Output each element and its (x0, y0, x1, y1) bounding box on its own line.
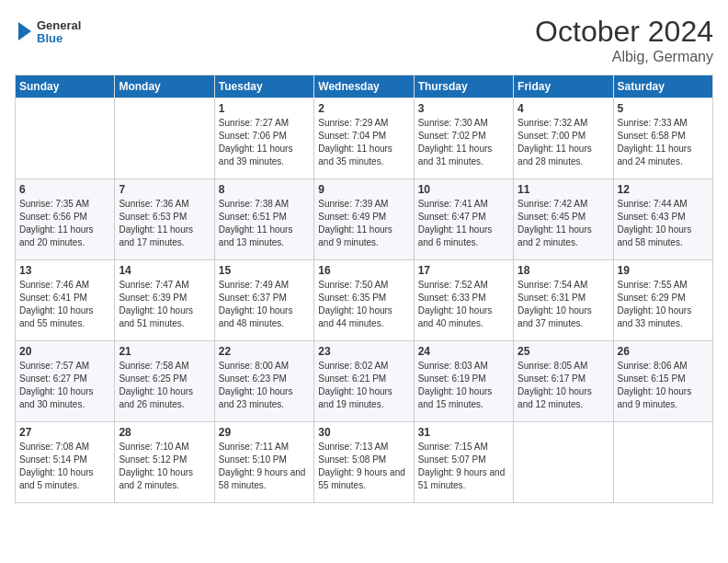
day-info: Sunrise: 7:10 AM Sunset: 5:12 PM Dayligh… (119, 441, 210, 492)
day-number: 15 (219, 264, 310, 277)
day-info: Sunrise: 7:30 AM Sunset: 7:02 PM Dayligh… (418, 117, 509, 168)
day-info: Sunrise: 7:58 AM Sunset: 6:25 PM Dayligh… (119, 360, 210, 411)
calendar-cell: 19Sunrise: 7:55 AM Sunset: 6:29 PM Dayli… (613, 260, 712, 341)
calendar-cell (514, 422, 613, 503)
calendar-cell: 31Sunrise: 7:15 AM Sunset: 5:07 PM Dayli… (414, 422, 513, 503)
day-number: 8 (219, 183, 310, 196)
day-number: 19 (618, 264, 709, 277)
calendar-cell: 10Sunrise: 7:41 AM Sunset: 6:47 PM Dayli… (414, 179, 513, 260)
calendar-cell: 23Sunrise: 8:02 AM Sunset: 6:21 PM Dayli… (314, 341, 414, 422)
day-number: 22 (219, 345, 310, 358)
day-info: Sunrise: 7:27 AM Sunset: 7:06 PM Dayligh… (219, 117, 310, 168)
day-info: Sunrise: 7:32 AM Sunset: 7:00 PM Dayligh… (518, 117, 609, 168)
day-number: 2 (318, 102, 409, 115)
day-info: Sunrise: 7:47 AM Sunset: 6:39 PM Dayligh… (119, 279, 210, 330)
calendar-cell: 17Sunrise: 7:52 AM Sunset: 6:33 PM Dayli… (414, 260, 513, 341)
calendar-week-row: 6Sunrise: 7:35 AM Sunset: 6:56 PM Daylig… (16, 179, 713, 260)
day-number: 24 (418, 345, 509, 358)
day-info: Sunrise: 7:15 AM Sunset: 5:07 PM Dayligh… (418, 441, 509, 492)
calendar-cell: 27Sunrise: 7:08 AM Sunset: 5:14 PM Dayli… (16, 422, 115, 503)
day-info: Sunrise: 7:54 AM Sunset: 6:31 PM Dayligh… (518, 279, 609, 330)
day-info: Sunrise: 7:55 AM Sunset: 6:29 PM Dayligh… (618, 279, 709, 330)
calendar-day-header: Friday (514, 75, 613, 98)
svg-text:Blue: Blue (37, 31, 63, 45)
day-number: 21 (119, 345, 210, 358)
day-info: Sunrise: 7:46 AM Sunset: 6:41 PM Dayligh… (19, 279, 110, 330)
day-number: 5 (618, 102, 709, 115)
calendar-table: SundayMondayTuesdayWednesdayThursdayFrid… (15, 75, 713, 503)
day-number: 3 (418, 102, 509, 115)
page-header: General Blue October 2024 Albig, Germany (15, 15, 713, 65)
calendar-header-row: SundayMondayTuesdayWednesdayThursdayFrid… (16, 75, 713, 98)
calendar-cell: 15Sunrise: 7:49 AM Sunset: 6:37 PM Dayli… (214, 260, 313, 341)
day-info: Sunrise: 7:49 AM Sunset: 6:37 PM Dayligh… (219, 279, 310, 330)
calendar-cell: 2Sunrise: 7:29 AM Sunset: 7:04 PM Daylig… (314, 98, 414, 179)
calendar-day-header: Thursday (414, 75, 513, 98)
day-number: 20 (19, 345, 110, 358)
day-info: Sunrise: 8:06 AM Sunset: 6:15 PM Dayligh… (618, 360, 709, 411)
day-number: 30 (318, 426, 409, 439)
day-number: 27 (19, 426, 110, 439)
day-info: Sunrise: 8:00 AM Sunset: 6:23 PM Dayligh… (219, 360, 310, 411)
calendar-cell: 20Sunrise: 7:57 AM Sunset: 6:27 PM Dayli… (16, 341, 115, 422)
day-number: 28 (119, 426, 210, 439)
month-title: October 2024 (535, 15, 713, 49)
day-number: 26 (618, 345, 709, 358)
day-info: Sunrise: 7:11 AM Sunset: 5:10 PM Dayligh… (219, 441, 310, 492)
day-info: Sunrise: 7:44 AM Sunset: 6:43 PM Dayligh… (618, 198, 709, 249)
day-info: Sunrise: 7:50 AM Sunset: 6:35 PM Dayligh… (318, 279, 409, 330)
day-number: 9 (318, 183, 409, 196)
calendar-body: 1Sunrise: 7:27 AM Sunset: 7:06 PM Daylig… (16, 98, 713, 503)
day-info: Sunrise: 7:41 AM Sunset: 6:47 PM Dayligh… (418, 198, 509, 249)
calendar-week-row: 27Sunrise: 7:08 AM Sunset: 5:14 PM Dayli… (16, 422, 713, 503)
day-info: Sunrise: 8:03 AM Sunset: 6:19 PM Dayligh… (418, 360, 509, 411)
day-number: 29 (219, 426, 310, 439)
calendar-cell: 7Sunrise: 7:36 AM Sunset: 6:53 PM Daylig… (115, 179, 214, 260)
calendar-day-header: Saturday (613, 75, 712, 98)
calendar-cell: 1Sunrise: 7:27 AM Sunset: 7:06 PM Daylig… (214, 98, 313, 179)
calendar-cell: 26Sunrise: 8:06 AM Sunset: 6:15 PM Dayli… (613, 341, 712, 422)
day-info: Sunrise: 7:39 AM Sunset: 6:49 PM Dayligh… (318, 198, 409, 249)
logo: General Blue (15, 15, 97, 48)
day-number: 10 (418, 183, 509, 196)
svg-marker-2 (18, 22, 31, 40)
day-info: Sunrise: 8:05 AM Sunset: 6:17 PM Dayligh… (518, 360, 609, 411)
calendar-cell: 22Sunrise: 8:00 AM Sunset: 6:23 PM Dayli… (214, 341, 313, 422)
logo-svg: General Blue (15, 15, 97, 48)
day-info: Sunrise: 7:52 AM Sunset: 6:33 PM Dayligh… (418, 279, 509, 330)
calendar-cell: 28Sunrise: 7:10 AM Sunset: 5:12 PM Dayli… (115, 422, 214, 503)
calendar-week-row: 13Sunrise: 7:46 AM Sunset: 6:41 PM Dayli… (16, 260, 713, 341)
calendar-cell: 13Sunrise: 7:46 AM Sunset: 6:41 PM Dayli… (16, 260, 115, 341)
day-number: 13 (19, 264, 110, 277)
calendar-cell: 12Sunrise: 7:44 AM Sunset: 6:43 PM Dayli… (613, 179, 712, 260)
calendar-cell (115, 98, 214, 179)
calendar-cell: 16Sunrise: 7:50 AM Sunset: 6:35 PM Dayli… (314, 260, 414, 341)
calendar-cell: 29Sunrise: 7:11 AM Sunset: 5:10 PM Dayli… (214, 422, 313, 503)
day-number: 14 (119, 264, 210, 277)
day-info: Sunrise: 8:02 AM Sunset: 6:21 PM Dayligh… (318, 360, 409, 411)
calendar-cell: 21Sunrise: 7:58 AM Sunset: 6:25 PM Dayli… (115, 341, 214, 422)
day-number: 31 (418, 426, 509, 439)
calendar-cell: 18Sunrise: 7:54 AM Sunset: 6:31 PM Dayli… (514, 260, 613, 341)
day-info: Sunrise: 7:36 AM Sunset: 6:53 PM Dayligh… (119, 198, 210, 249)
day-number: 17 (418, 264, 509, 277)
day-info: Sunrise: 7:13 AM Sunset: 5:08 PM Dayligh… (318, 441, 409, 492)
day-info: Sunrise: 7:29 AM Sunset: 7:04 PM Dayligh… (318, 117, 409, 168)
calendar-cell: 8Sunrise: 7:38 AM Sunset: 6:51 PM Daylig… (214, 179, 313, 260)
day-number: 1 (219, 102, 310, 115)
calendar-cell: 5Sunrise: 7:33 AM Sunset: 6:58 PM Daylig… (613, 98, 712, 179)
day-number: 25 (518, 345, 609, 358)
day-number: 4 (518, 102, 609, 115)
calendar-week-row: 20Sunrise: 7:57 AM Sunset: 6:27 PM Dayli… (16, 341, 713, 422)
day-number: 18 (518, 264, 609, 277)
calendar-day-header: Sunday (16, 75, 115, 98)
calendar-day-header: Monday (115, 75, 214, 98)
day-info: Sunrise: 7:42 AM Sunset: 6:45 PM Dayligh… (518, 198, 609, 249)
calendar-cell: 14Sunrise: 7:47 AM Sunset: 6:39 PM Dayli… (115, 260, 214, 341)
day-number: 6 (19, 183, 110, 196)
day-info: Sunrise: 7:35 AM Sunset: 6:56 PM Dayligh… (19, 198, 110, 249)
day-number: 23 (318, 345, 409, 358)
calendar-cell: 24Sunrise: 8:03 AM Sunset: 6:19 PM Dayli… (414, 341, 513, 422)
day-info: Sunrise: 7:57 AM Sunset: 6:27 PM Dayligh… (19, 360, 110, 411)
calendar-cell: 11Sunrise: 7:42 AM Sunset: 6:45 PM Dayli… (514, 179, 613, 260)
